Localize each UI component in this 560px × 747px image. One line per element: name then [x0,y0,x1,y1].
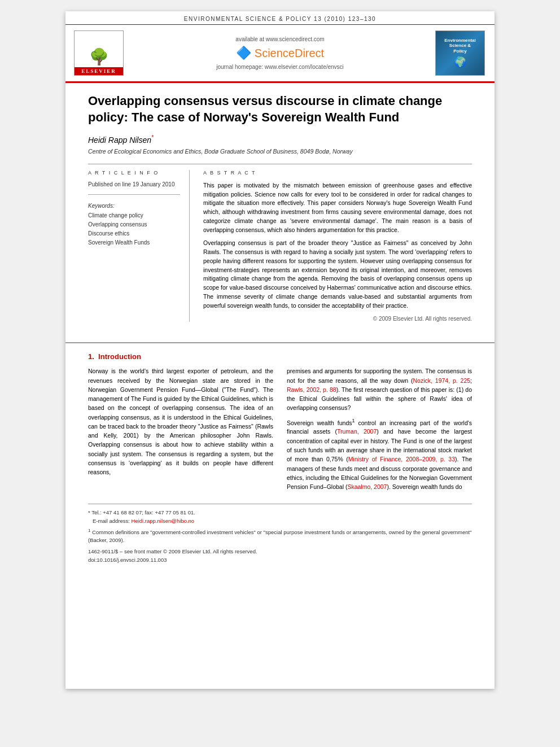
body-divider [65,342,495,343]
center-banner: available at www.sciencedirect.com 🔷 Sci… [125,36,435,70]
body-left-p1: Norway is the world's third largest expo… [88,366,273,477]
footer-line-1: 1462-9011/$ – see front matter © 2009 El… [88,548,472,556]
journal-header: ENVIRONMENTAL SCIENCE & POLICY 13 (2010)… [65,11,495,25]
footnote-1: 1 Common definitions are "government-con… [88,527,472,545]
journal-cover-title: EnvironmentalScience &Policy [444,38,476,54]
abstract-col: A B S T R A C T This paper is motivated … [203,170,472,322]
footnote-star: * Tel.: +47 41 68 82 07; fax: +47 77 05 … [88,509,472,517]
article-info-col: A R T I C L E I N F O Published on line … [88,170,190,322]
journal-header-text: ENVIRONMENTAL SCIENCE & POLICY 13 (2010)… [184,16,376,22]
footnote-1-num: 1 [88,528,90,533]
keyword-3: Discourse ethics [88,229,180,238]
body-two-col: Norway is the world's third largest expo… [88,366,472,496]
published-date: Published on line 19 January 2010 [88,181,180,195]
keyword-2: Overlapping consensus [88,220,180,229]
abstract-heading: A B S T R A C T [203,170,472,176]
elsevier-tree-icon: 🌳 [89,49,109,65]
copyright: © 2009 Elsevier Ltd. All rights reserved… [203,316,472,322]
body-content: 1. Introduction Norway is the world's th… [65,352,495,575]
keyword-4: Sovereign Wealth Funds [88,238,180,247]
abstract-p1: This paper is motivated by the mismatch … [203,181,472,235]
ref-rawls[interactable]: Rawls, 2002, p. 88 [287,386,336,393]
abstract-p2: Overlapping consensus is part of the bro… [203,239,472,310]
body-right-p1: premises and arguments for supporting th… [287,366,472,412]
content-area: Overlapping consensus versus discourse i… [65,83,495,333]
author-sup: * [151,134,154,141]
elsevier-label: ELSEVIER [75,67,123,75]
footer-line-2: doi:10.1016/j.envsci.2009.11.003 [88,556,472,564]
body-right-p2: Sovereign wealth funds1 control an incre… [287,417,472,492]
email-link[interactable]: Heidi.rapp.nilsen@hibo.no [132,518,195,524]
sciencedirect-logo: 🔷 ScienceDirect [136,46,424,60]
body-right-col: premises and arguments for supporting th… [287,366,472,496]
affiliation: Centre of Ecological Economics and Ethic… [88,148,472,155]
ref-skaalmo[interactable]: Skaalmo, 2007 [347,483,387,490]
globe-icon: 🌍 [454,56,466,68]
elsevier-box: 🌳 ELSEVIER [74,30,124,76]
footnote-divider [88,504,472,504]
article-info-heading: A R T I C L E I N F O [88,170,180,176]
author-name: Heidi Rapp Nilsen* [88,134,472,145]
divider-1 [88,164,472,164]
section-1-title: 1. Introduction [88,352,472,361]
ref-ministry[interactable]: Ministry of Finance, 2008–2009, p. 33 [348,456,455,462]
page: ENVIRONMENTAL SCIENCE & POLICY 13 (2010)… [65,11,495,689]
article-title: Overlapping consensus versus discourse i… [88,93,472,125]
body-left-col: Norway is the world's third largest expo… [88,366,273,496]
abstract-text: This paper is motivated by the mismatch … [203,181,472,311]
journal-cover-container: EnvironmentalScience &Policy 🌍 [435,30,486,76]
sciencedirect-icon: 🔷 [236,46,251,60]
footnote-email: E-mail address: Heidi.rapp.nilsen@hibo.n… [88,517,472,525]
journal-cover: EnvironmentalScience &Policy 🌍 [435,30,485,76]
journal-homepage: journal homepage: www.elsevier.com/locat… [136,64,424,70]
available-text: available at www.sciencedirect.com [136,36,424,42]
article-info-abstract: A R T I C L E I N F O Published on line … [88,170,472,322]
ref-truman[interactable]: Truman, 2007 [337,428,377,435]
top-banner: 🌳 ELSEVIER available at www.sciencedirec… [65,25,495,83]
elsevier-logo-container: 🌳 ELSEVIER [74,30,125,76]
ref-nozick[interactable]: Nozick, 1974, p. 225 [413,377,471,384]
sciencedirect-text: ScienceDirect [255,47,324,60]
keywords-label: Keywords: [88,203,180,209]
keyword-1: Climate change policy [88,211,180,220]
